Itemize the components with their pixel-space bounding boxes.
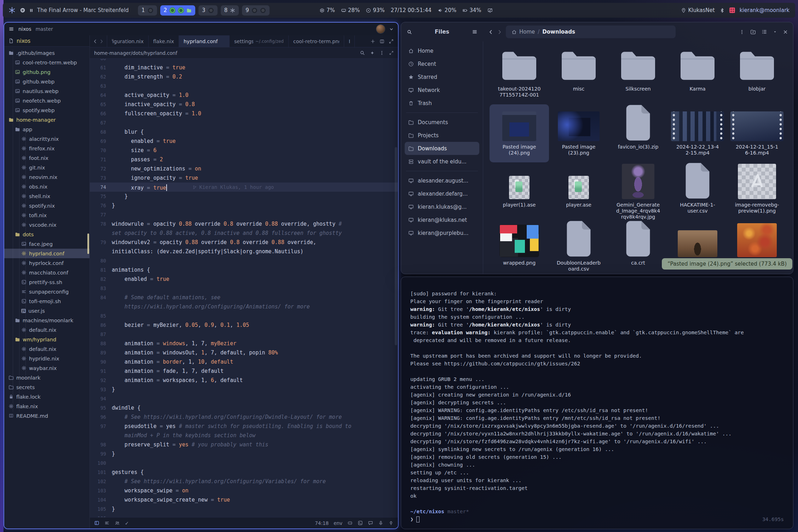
disk-module[interactable]: 93%	[366, 7, 384, 13]
tree-item-obs.nix[interactable]: obs.nix	[4, 182, 89, 191]
file-item-player-ase[interactable]: player.ase	[549, 162, 608, 220]
tree-item-alacritty.nix[interactable]: alacritty.nix	[4, 134, 89, 144]
tree-item-face.jpeg[interactable]: face.jpeg	[4, 239, 89, 249]
diagnostics-check[interactable]: ✓	[125, 520, 129, 526]
tree-item-app[interactable]: app	[4, 125, 89, 134]
ram-module[interactable]: 28%	[341, 7, 360, 13]
tree-item-machines/moonlark[interactable]: machines/moonlark	[4, 316, 89, 325]
sidebar-item-starred[interactable]: Starred	[405, 70, 479, 83]
tree-item-nautilus.webp[interactable]: nautilus.webp	[4, 86, 89, 96]
vol-module[interactable]: 20%	[438, 7, 456, 13]
sidebar-item-alexander-defarg-[interactable]: alexander.defarg...	[405, 187, 479, 200]
terminal-panel-icon[interactable]	[358, 520, 363, 526]
new-tab-icon[interactable]	[370, 39, 375, 44]
split-pane-icon[interactable]	[380, 39, 384, 44]
tree-item-home-manager[interactable]: home-manager	[4, 115, 89, 125]
path-current[interactable]: Downloads	[542, 29, 575, 35]
tree-item-hyprland.conf[interactable]: hyprland.conf	[4, 249, 89, 258]
file-item-misc[interactable]: misc	[549, 46, 608, 104]
sidebar-item-recent[interactable]: Recent	[405, 57, 479, 70]
tab-cool-retro-term.png[interactable]: cool-retro-term.png	[289, 35, 344, 47]
tree-item-default.nix[interactable]: default.nix	[4, 325, 89, 335]
tree-item-github.png[interactable]: github.png	[4, 67, 89, 77]
workspace-2[interactable]: 2	[160, 5, 196, 16]
nav-back-icon[interactable]	[93, 39, 98, 44]
kebab-menu-icon[interactable]	[739, 29, 745, 35]
ibeam-icon[interactable]	[380, 50, 384, 56]
file-item-player-1-ase[interactable]: player(1).ase	[490, 162, 549, 220]
tree-item-vscode.nix[interactable]: vscode.nix	[4, 220, 89, 230]
terminal-prompt[interactable]: ❯34.695s	[410, 515, 784, 523]
env-label[interactable]: env	[334, 520, 342, 526]
sidebar-item-projects[interactable]: Projects	[405, 129, 479, 142]
file-item-ca-crt[interactable]: ca.crt	[608, 220, 668, 274]
screen-module[interactable]	[487, 8, 493, 13]
tree-item-firefox.nix[interactable]: firefox.nix	[4, 144, 89, 153]
back-icon[interactable]	[488, 29, 493, 35]
tree-item-sunpaperconfig[interactable]: sunpaperconfig	[4, 287, 89, 296]
forward-icon[interactable]	[497, 29, 502, 35]
bluetooth-icon[interactable]	[719, 8, 725, 13]
extensions-icon[interactable]	[388, 520, 394, 526]
tree-item-secrets[interactable]: secrets	[4, 382, 89, 392]
file-item-gemini-generate[interactable]: Gemini_Generate d_Image_4rqv8k4 rqv8k4rq…	[608, 162, 668, 220]
tree-item-tofi-emoji.sh[interactable]: tofi-emoji.sh	[4, 296, 89, 306]
view-caret-icon[interactable]	[773, 30, 777, 34]
tree-item-neovim.nix[interactable]: neovim.nix	[4, 172, 89, 182]
selection-mode-icon[interactable]	[389, 50, 394, 56]
file-item-2024-12-21-15-1[interactable]: 2024-12-21_15-1 6-16.mp4	[727, 104, 787, 162]
project-panel-toggle-icon[interactable]	[94, 520, 99, 526]
sidebar-item-downloads[interactable]: Downloads	[405, 142, 479, 155]
tab-README.md[interactable]: README.md	[344, 35, 355, 47]
tree-item-tofi.nix[interactable]: tofi.nix	[4, 210, 89, 220]
file-item-karma[interactable]: Karma	[668, 46, 727, 104]
terminal-window[interactable]: [sudo] password for kierank:Place your f…	[401, 277, 793, 529]
sidebar-item-kieran-klukas-net[interactable]: kieran@klukas.net	[405, 213, 479, 226]
file-item-favicon-io-3-zip[interactable]: favicon_io(3).zip	[608, 104, 668, 162]
clock-module[interactable]: 27/12 00:51:44	[391, 7, 431, 13]
file-item-wrapped-png[interactable]: wrapped.png	[490, 220, 549, 274]
sidebar-item-kieran-klukas-g-[interactable]: kieran.klukas@g...	[405, 200, 479, 213]
tree-item-git.nix[interactable]: git.nix	[4, 163, 89, 172]
tree-item-cool-retro-term.webp[interactable]: cool-retro-term.webp	[4, 58, 89, 67]
tree-item-neofetch.webp[interactable]: neofetch.webp	[4, 96, 89, 105]
sidebar-item-kieran-purplebu-[interactable]: kieran@purplebu...	[405, 226, 479, 239]
tree-item-user.js[interactable]: JSuser.js	[4, 306, 89, 316]
git-branch-label[interactable]: master	[35, 26, 53, 32]
file-item-hackatime-1-[interactable]: HACKATIME-1- user.csv	[668, 162, 727, 220]
network-module[interactable]: KlukasNet	[681, 7, 715, 13]
tree-item-moonlark[interactable]: moonlark	[4, 373, 89, 382]
code-editor[interactable]: 6061dim_inactive = true62dim_strength = …	[90, 59, 398, 517]
tree-item-macchiato.conf[interactable]: macchiato.conf	[4, 268, 89, 277]
file-item-pasted-image[interactable]: Pasted image (23).png	[549, 104, 608, 162]
path-bar[interactable]: Home / Downloads	[506, 25, 676, 38]
tree-item-README.md[interactable]: README.md	[4, 411, 89, 421]
breadcrumb[interactable]: home-manager/dots/hyprland.conf	[94, 50, 177, 56]
workspace-1[interactable]: 1	[138, 5, 157, 16]
tree-item-hyprlock.conf[interactable]: hyprlock.conf	[4, 258, 89, 268]
search-icon[interactable]	[360, 50, 365, 56]
file-item-doubloonleaderb[interactable]: DoubloonLeaderb oard.csv	[549, 220, 608, 274]
workspace-8[interactable]: 8	[221, 5, 239, 16]
menu-icon[interactable]	[8, 26, 14, 32]
new-folder-icon[interactable]	[750, 29, 756, 35]
close-icon[interactable]	[783, 29, 788, 35]
hamburger-menu-icon[interactable]	[472, 29, 478, 35]
copilot-icon[interactable]	[347, 520, 353, 526]
tree-item-github.webp[interactable]: github.webp	[4, 77, 89, 86]
tree-item-prettify-ss.sh[interactable]: prettify-ss.sh	[4, 277, 89, 287]
tree-item-default.nix[interactable]: default.nix	[4, 344, 89, 354]
workspace-9[interactable]: 9	[242, 5, 270, 16]
nixos-logo-icon[interactable]	[8, 7, 16, 14]
tree-item-foot.nix[interactable]: foot.nix	[4, 153, 89, 163]
chevron-down-icon[interactable]	[389, 27, 394, 31]
file-item-image-removebg-[interactable]: image-removebg- preview(1).png	[727, 162, 787, 220]
tree-item-hypridle.nix[interactable]: hypridle.nix	[4, 354, 89, 363]
assist-sparkle-icon[interactable]	[370, 50, 375, 56]
tree-item-spotify.nix[interactable]: spotify.nix	[4, 201, 89, 210]
file-item-blobjar[interactable]: blobjar	[727, 46, 787, 104]
nav-forward-icon[interactable]	[99, 39, 104, 44]
tab-flake.nix[interactable]: flake.nix	[149, 35, 179, 47]
tree-item-waybar.nix[interactable]: waybar.nix	[4, 363, 89, 373]
tree-item-flake.lock[interactable]: flake.lock	[4, 392, 89, 401]
